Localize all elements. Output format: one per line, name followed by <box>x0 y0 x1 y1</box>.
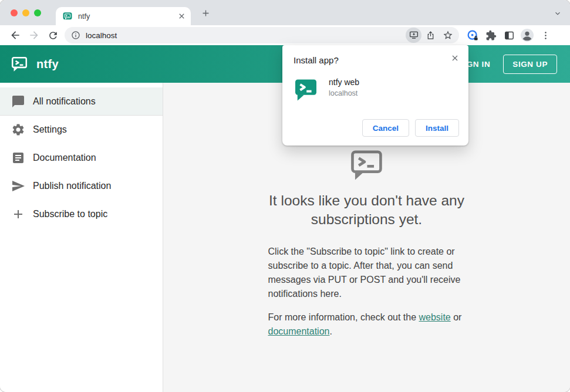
sidebar-item-settings[interactable]: Settings <box>0 116 163 144</box>
install-app-origin: localhost <box>329 89 359 97</box>
empty-state: It looks like you don't have any subscri… <box>268 148 466 392</box>
sidebar-item-documentation[interactable]: Documentation <box>0 144 163 172</box>
address-url[interactable]: localhost <box>86 31 406 40</box>
sidebar-item-label: All notifications <box>33 96 96 107</box>
bookmark-star-icon[interactable] <box>439 28 457 43</box>
back-icon[interactable] <box>6 27 25 43</box>
extension-area <box>465 28 553 43</box>
install-button[interactable]: Install <box>415 119 459 137</box>
address-bar[interactable]: localhost <box>65 27 459 43</box>
browser-menu-icon[interactable] <box>538 28 553 43</box>
dialog-close-icon[interactable] <box>447 50 463 66</box>
links-text-prefix: For more information, check out the <box>268 312 419 322</box>
install-app-name: ntfy web <box>329 77 359 87</box>
cancel-button[interactable]: Cancel <box>362 119 409 137</box>
tab-favicon-ntfy-icon <box>63 12 72 21</box>
sidebar-item-all-notifications[interactable]: All notifications <box>0 87 163 116</box>
website-link[interactable]: website <box>419 312 451 322</box>
gear-icon <box>11 123 25 137</box>
install-dialog-title: Install app? <box>294 55 459 65</box>
minimize-window-button[interactable] <box>22 9 29 16</box>
chat-icon <box>11 94 25 109</box>
ntfy-logo-icon[interactable] <box>11 55 28 73</box>
sidebar-item-subscribe-to-topic[interactable]: Subscribe to topic <box>0 200 163 228</box>
side-panel-icon[interactable] <box>501 28 517 43</box>
password-manager-extension-icon[interactable] <box>465 28 480 43</box>
empty-state-heading: It looks like you don't have any subscri… <box>242 191 492 229</box>
links-text-suffix: . <box>329 326 332 336</box>
sidebar-nav: All notifications Settings Documentation… <box>0 83 163 392</box>
ntfy-app-icon <box>294 77 318 102</box>
empty-state-paragraph: Click the "Subscribe to topic" link to c… <box>268 245 466 301</box>
install-app-texts: ntfy web localhost <box>329 77 359 102</box>
sidebar-item-publish-notification[interactable]: Publish notification <box>0 172 163 200</box>
browser-window: ntfy localhost <box>0 0 570 392</box>
sidebar-item-label: Documentation <box>33 153 96 163</box>
sign-up-button[interactable]: SIGN UP <box>503 55 557 74</box>
ntfy-watermark-icon <box>348 148 386 183</box>
sidebar-item-label: Subscribe to topic <box>33 209 107 219</box>
extensions-puzzle-icon[interactable] <box>483 28 498 43</box>
plus-icon <box>11 207 25 221</box>
tab-close-icon[interactable] <box>177 12 186 21</box>
links-text-mid: or <box>451 312 462 322</box>
close-window-button[interactable] <box>11 9 18 16</box>
new-tab-button[interactable] <box>201 8 211 18</box>
profile-avatar-icon[interactable] <box>520 28 535 43</box>
tab-search-chevron-icon[interactable] <box>554 9 562 18</box>
install-app-dialog: Install app? ntfy web localhost Cancel I… <box>282 45 468 146</box>
sidebar-item-label: Publish notification <box>33 181 111 191</box>
install-app-icon[interactable] <box>406 28 421 43</box>
share-icon[interactable] <box>421 28 439 43</box>
sidebar-item-label: Settings <box>33 124 67 135</box>
tab-title: ntfy <box>78 12 177 21</box>
app-title[interactable]: ntfy <box>36 58 59 71</box>
article-icon <box>11 151 25 165</box>
browser-toolbar: localhost <box>0 25 570 45</box>
documentation-link[interactable]: documentation <box>268 326 330 336</box>
install-app-info: ntfy web localhost <box>294 77 459 102</box>
reload-icon[interactable] <box>43 27 62 43</box>
empty-state-links-paragraph: For more information, check out the webs… <box>268 310 466 339</box>
page-info-icon[interactable] <box>71 31 80 40</box>
tab-strip: ntfy <box>0 0 570 25</box>
forward-icon[interactable] <box>25 27 43 43</box>
dialog-actions: Cancel Install <box>294 119 459 137</box>
zoom-window-button[interactable] <box>34 9 41 16</box>
browser-tab-ntfy[interactable]: ntfy <box>56 7 191 25</box>
window-controls <box>11 9 41 16</box>
send-icon <box>11 179 25 193</box>
